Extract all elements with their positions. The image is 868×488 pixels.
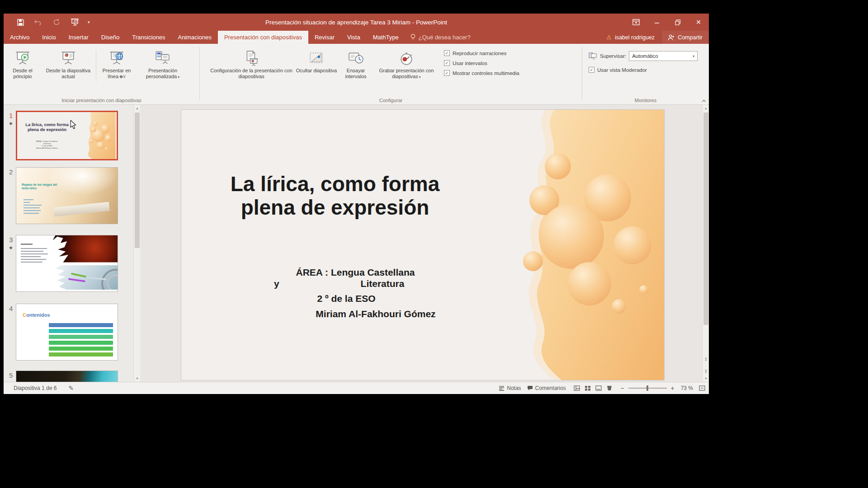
desde-la-diapositiva-actual-button[interactable]: Desde la diapositiva actual bbox=[42, 46, 95, 94]
zoom-out-icon[interactable]: − bbox=[620, 385, 625, 392]
slide-number: 3 bbox=[9, 236, 13, 244]
spell-check-icon[interactable]: ✎ bbox=[68, 385, 74, 392]
warning-icon: ⚠ bbox=[606, 34, 612, 41]
configuracion-presentacion-button[interactable]: Configuración de la presentación con dia… bbox=[207, 46, 296, 94]
tab-presentacion-con-diapositivas[interactable]: Presentación con diapositivas bbox=[218, 31, 308, 44]
scroll-up-icon[interactable]: ▲ bbox=[134, 105, 141, 112]
status-bar: Diapositiva 1 de 6 ✎ Notas Comentarios − bbox=[4, 382, 709, 394]
tab-inicio[interactable]: Inicio bbox=[36, 31, 62, 44]
tab-mathtype[interactable]: MathType bbox=[367, 31, 405, 44]
minimize-button[interactable] bbox=[646, 14, 667, 31]
tab-animaciones[interactable]: Animaciones bbox=[171, 31, 217, 44]
tab-revisar[interactable]: Revisar bbox=[308, 31, 341, 44]
slide-sorter-view-icon[interactable] bbox=[585, 385, 591, 391]
orange-blob-graphic bbox=[488, 110, 664, 380]
tab-insertar[interactable]: Insertar bbox=[62, 31, 95, 44]
ocultar-diapositiva-button[interactable]: Ocultar diapositiva bbox=[296, 46, 337, 94]
restore-button[interactable] bbox=[667, 14, 688, 31]
tab-transiciones[interactable]: Transiciones bbox=[126, 31, 171, 44]
window-title: Presentación situacion de aprendizaje Ta… bbox=[4, 19, 709, 26]
scroll-down-icon[interactable]: ▼ bbox=[703, 375, 709, 382]
slide3-red-smoke-image bbox=[53, 235, 118, 263]
desde-el-principio-button[interactable]: Desde el principio bbox=[4, 46, 42, 94]
share-person-icon bbox=[668, 34, 675, 41]
scrollbar-thumb[interactable] bbox=[135, 113, 140, 248]
checkbox-checked-icon bbox=[589, 67, 594, 73]
hide-slide-icon bbox=[308, 47, 325, 66]
grabar-presentacion-button[interactable]: Grabar presentación con diapositivas▾ bbox=[374, 46, 439, 94]
reading-view-icon[interactable] bbox=[595, 385, 602, 391]
slideshow-view-icon[interactable] bbox=[606, 385, 613, 391]
tab-diseno[interactable]: Diseño bbox=[95, 31, 126, 44]
zoom-slider-handle[interactable] bbox=[646, 385, 648, 391]
mouse-cursor-icon bbox=[70, 120, 76, 129]
supervisar-label: Supervisar: bbox=[600, 53, 626, 59]
slide-editor: La lírica, como forma plena de expresión… bbox=[140, 105, 702, 382]
checkbox-checked-icon bbox=[444, 70, 450, 76]
record-slideshow-icon bbox=[398, 47, 415, 66]
slide-2-thumbnail[interactable]: Repaso de los rasgos del texto lírico bbox=[16, 167, 118, 224]
reproducir-narraciones-checkbox[interactable]: Reproducir narraciones bbox=[444, 50, 519, 56]
group-divider bbox=[96, 50, 96, 82]
save-icon[interactable] bbox=[15, 17, 25, 27]
slide-1-thumbnail[interactable]: La lírica, como forma plena de expresión… bbox=[16, 111, 118, 160]
monitor-select[interactable]: Automático ▾ bbox=[629, 51, 698, 61]
qat-customize-icon[interactable]: ▾ bbox=[88, 20, 90, 24]
fit-slide-to-window-icon[interactable] bbox=[699, 385, 705, 391]
slide4-mini-title: Contenidos bbox=[23, 312, 50, 318]
slide-title[interactable]: La lírica, como forma plena de expresión bbox=[208, 172, 462, 219]
slide-subtitle[interactable]: ÁREA : Lengua Castellana y Literatura 2 … bbox=[220, 267, 473, 319]
notes-toggle[interactable]: Notas bbox=[499, 385, 521, 391]
grade-line: 2 º de la ESO bbox=[220, 293, 473, 304]
presentar-en-linea-button[interactable]: Presentar en línea�Ⅴ bbox=[97, 46, 136, 94]
main-scrollbar[interactable]: ▲ ▲▲ ▼▼ ▼ bbox=[702, 105, 709, 382]
slide-canvas[interactable]: La lírica, como forma plena de expresión… bbox=[181, 109, 665, 380]
area-line2: Literatura bbox=[292, 278, 473, 289]
usar-intervalos-checkbox[interactable]: Usar intervalos bbox=[444, 60, 519, 66]
ensayar-intervalos-button[interactable]: Ensayar intervalos bbox=[337, 46, 374, 94]
scrollbar-thumb[interactable] bbox=[703, 113, 708, 325]
ribbon-display-options-icon[interactable] bbox=[626, 14, 646, 31]
close-button[interactable]: ✕ bbox=[688, 14, 709, 31]
quick-access-toolbar: ▾ bbox=[4, 17, 90, 27]
usar-vista-moderador-checkbox[interactable]: Usar vista Moderador bbox=[589, 67, 704, 73]
zoom-in-icon[interactable]: + bbox=[670, 385, 675, 392]
dropdown-arrow-icon: ▾ bbox=[693, 54, 694, 58]
ribbon: Desde el principio Desde la diapositiva … bbox=[4, 44, 709, 105]
notes-icon bbox=[499, 386, 505, 391]
scroll-up-icon[interactable]: ▲ bbox=[703, 105, 709, 112]
slide-4-thumbnail[interactable]: Contenidos bbox=[16, 304, 118, 361]
group-iniciar-presentacion: Desde el principio Desde la diapositiva … bbox=[4, 44, 199, 104]
collapse-ribbon-icon[interactable] bbox=[702, 99, 706, 103]
redo-icon[interactable] bbox=[52, 17, 61, 27]
slide2-mini-bullets bbox=[22, 197, 53, 214]
rehearse-timings-icon bbox=[348, 47, 364, 66]
checkbox-checked-icon bbox=[444, 50, 450, 56]
tell-me-box[interactable]: ¿Qué desea hacer? bbox=[405, 31, 476, 44]
presentacion-personalizada-button[interactable]: Presentación personalizada▾ bbox=[136, 46, 189, 94]
animation-star-icon: ★ bbox=[9, 245, 13, 251]
undo-icon[interactable] bbox=[33, 17, 43, 27]
comments-toggle[interactable]: Comentarios bbox=[527, 385, 566, 391]
start-slideshow-icon[interactable] bbox=[70, 17, 80, 27]
previous-slide-icon[interactable]: ▲▲ bbox=[703, 356, 709, 362]
zoom-slider[interactable] bbox=[628, 388, 667, 389]
signed-in-user[interactable]: ⚠ isabel rodriguez bbox=[600, 31, 661, 44]
zoom-control: − + bbox=[620, 385, 675, 392]
zoom-level[interactable]: 73 % bbox=[681, 385, 693, 391]
tab-archivo[interactable]: Archivo bbox=[4, 31, 36, 44]
slide-3-thumbnail[interactable] bbox=[16, 235, 118, 292]
slide3-mini-text bbox=[21, 244, 49, 264]
checkbox-checked-icon bbox=[444, 60, 450, 66]
tab-vista[interactable]: Vista bbox=[341, 31, 367, 44]
normal-view-icon[interactable] bbox=[574, 385, 580, 391]
slide-thumbnail-pane: 1 ★ La lírica, como forma plena de expre… bbox=[4, 105, 133, 382]
dropdown-arrow-icon: �Ⅴ bbox=[119, 75, 126, 79]
slide1-mini-blob-graphic bbox=[75, 112, 117, 159]
next-slide-icon[interactable]: ▼▼ bbox=[703, 368, 709, 375]
window-controls: ✕ bbox=[626, 14, 709, 31]
scroll-down-icon[interactable]: ▼ bbox=[134, 375, 141, 382]
mostrar-controles-multimedia-checkbox[interactable]: Mostrar controles multimedia bbox=[444, 70, 519, 76]
share-button[interactable]: Compartir bbox=[661, 31, 709, 44]
thumbnail-scrollbar[interactable]: ▲ ▼ bbox=[133, 105, 140, 382]
